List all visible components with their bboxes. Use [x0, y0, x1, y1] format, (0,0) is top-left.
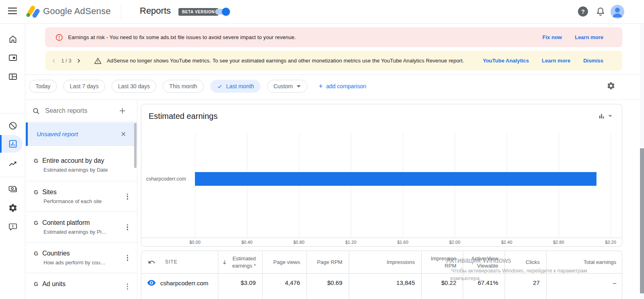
notifications-icon[interactable]	[595, 6, 606, 17]
feedback-icon	[8, 222, 18, 232]
menu-icon[interactable]	[8, 8, 17, 16]
chevron-left-icon[interactable]	[51, 58, 57, 64]
chip-custom[interactable]: Custom	[267, 80, 307, 93]
sidebar-item-payments[interactable]	[0, 180, 25, 198]
chevron-right-icon[interactable]	[75, 58, 82, 64]
sidebar-item-ads[interactable]	[0, 48, 25, 67]
list-item-ad-units[interactable]: GAd units	[26, 273, 137, 299]
tick-label: $2.40	[501, 240, 512, 245]
youtube-analytics-link[interactable]: YouTube Analytics	[483, 58, 529, 64]
chart-title: Estimated earnings	[149, 112, 217, 121]
list-item-countries[interactable]: GCountries How ads perform by cou…	[26, 243, 137, 273]
dismiss-link[interactable]: Dismiss	[583, 58, 603, 64]
sidebar-item-reports[interactable]	[0, 135, 25, 153]
column-header-active-view-viewable[interactable]: Active View Viewable	[463, 251, 505, 273]
saved-reports-panel: Unsaved report GEntire account by day Es…	[26, 100, 137, 299]
x-axis-line	[142, 237, 621, 238]
beta-toggle[interactable]	[215, 9, 229, 15]
column-header-page-views[interactable]: Page views	[262, 251, 306, 273]
cell-clicks: 27	[505, 274, 546, 299]
chip-last-month[interactable]: Last month	[210, 80, 261, 93]
chart-type-selector[interactable]	[598, 113, 612, 119]
table-header-row: SITE Estimated earnings * Page views Pag…	[141, 251, 622, 274]
panel-divider	[137, 100, 137, 299]
column-header-impression-rpm[interactable]: Impression RPM	[421, 251, 463, 273]
chip-this-month[interactable]: This month	[163, 80, 203, 93]
fix-now-link[interactable]: Fix now	[543, 34, 562, 40]
panel-scrollbar-thumb[interactable]	[134, 123, 137, 168]
visibility-icon[interactable]	[147, 280, 156, 286]
brand-name: Google AdSense	[43, 6, 111, 17]
column-header-clicks[interactable]: Clicks	[505, 251, 546, 273]
chip-last-7-days[interactable]: Last 7 days	[63, 80, 105, 93]
help-icon[interactable]: ?	[578, 6, 588, 17]
alert-message: Earnings at risk - You need to fix some …	[68, 34, 296, 40]
nav-divider	[0, 113, 25, 114]
tick-label: $2.00	[449, 240, 460, 245]
add-comparison-button[interactable]: + add comparison	[319, 82, 366, 91]
sidebar-item-home[interactable]	[0, 30, 25, 48]
check-icon	[217, 84, 223, 89]
bar-chart-icon	[598, 113, 605, 119]
scrollbar-thumb[interactable]	[640, 148, 644, 293]
gear-icon	[607, 81, 615, 90]
tick-label: $2.80	[553, 240, 564, 245]
learn-more-link[interactable]: Learn more	[542, 58, 570, 64]
banner-pager: 1 / 3	[51, 58, 82, 64]
sidebar-item-sites[interactable]	[0, 67, 25, 86]
chevron-down-icon	[296, 85, 301, 88]
beta-toggle-knob[interactable]	[222, 8, 230, 16]
youtube-metrics-banner: 1 / 3 AdSense no longer shows YouTube me…	[45, 51, 622, 71]
tick-label: $1.60	[397, 240, 408, 245]
learn-more-link[interactable]: Learn more	[575, 34, 603, 40]
date-range-chips: Today Last 7 days Last 30 days This mont…	[29, 80, 366, 93]
new-report-button[interactable]	[118, 107, 126, 115]
tick-label: $0.40	[241, 240, 253, 245]
google-g-icon: G	[34, 220, 38, 226]
column-header-page-rpm[interactable]: Page RPM	[306, 251, 349, 273]
cell-site: csharpcoderr.com	[141, 274, 218, 299]
search-input[interactable]	[45, 107, 110, 114]
selected-indicator	[26, 123, 28, 146]
ads-txt-alert-banner: Earnings at risk - You need to fix some …	[45, 27, 622, 47]
cell-page-views: 4,476	[262, 274, 306, 299]
column-header-total-earnings[interactable]: Total earnings	[546, 251, 622, 273]
banner-message: AdSense no longer shows YouTube metrics.…	[107, 58, 464, 64]
plus-icon: +	[319, 82, 323, 91]
beta-version-badge: BETA VERSION	[178, 8, 218, 16]
sidebar-item-blocking-controls[interactable]	[0, 116, 25, 135]
google-g-icon: G	[34, 189, 38, 195]
sites-icon	[8, 72, 18, 81]
tick-label: $0.00	[189, 240, 201, 245]
undo-icon[interactable]	[148, 258, 155, 266]
column-header-site[interactable]: SITE	[141, 251, 218, 273]
sites-table-card: SITE Estimated earnings * Page views Pag…	[141, 251, 622, 299]
more-options-icon[interactable]	[125, 253, 130, 262]
list-item-entire-account[interactable]: GEntire account by day Estimated earning…	[26, 146, 137, 181]
chip-last-30-days[interactable]: Last 30 days	[112, 80, 156, 93]
report-settings-button[interactable]	[607, 81, 615, 90]
unsaved-report-item[interactable]: Unsaved report	[26, 123, 137, 146]
column-header-estimated-earnings[interactable]: Estimated earnings *	[218, 251, 262, 273]
list-item-content-platform[interactable]: GContent platform Estimated earnings by …	[26, 212, 137, 243]
tick-label: $1.20	[345, 240, 356, 245]
warning-icon	[94, 57, 102, 65]
close-icon[interactable]	[120, 131, 126, 137]
avatar[interactable]	[611, 5, 624, 19]
more-options-icon[interactable]	[125, 192, 130, 201]
sidebar-item-feedback[interactable]	[0, 218, 25, 236]
earnings-bar	[195, 172, 596, 186]
more-options-icon[interactable]	[125, 222, 130, 232]
sidebar-item-settings[interactable]	[0, 199, 25, 217]
more-options-icon[interactable]	[125, 282, 130, 291]
google-g-icon: G	[34, 250, 38, 257]
top-app-bar: Google AdSense Reports BETA VERSION ?	[0, 0, 644, 24]
section-divider	[25, 75, 644, 75]
list-item-sites[interactable]: GSites Performance of each site	[26, 181, 137, 212]
column-header-impressions[interactable]: Impressions	[349, 251, 421, 273]
sidebar-item-optimization[interactable]	[0, 155, 25, 173]
chip-today[interactable]: Today	[29, 80, 57, 93]
sort-desc-icon	[222, 259, 228, 265]
cell-impression-rpm: $0.22	[421, 274, 463, 299]
trending-up-icon	[8, 159, 18, 169]
